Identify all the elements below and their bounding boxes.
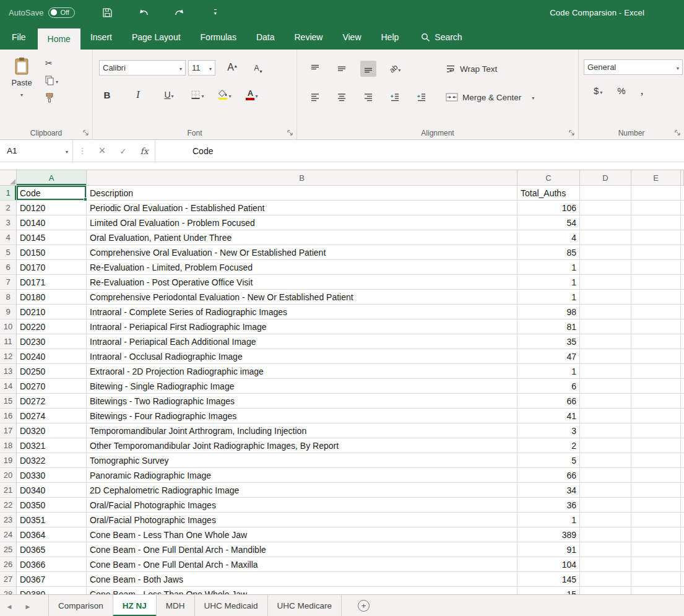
- cell-C24[interactable]: 389: [517, 527, 580, 542]
- save-button[interactable]: [101, 6, 115, 19]
- cell-A10[interactable]: D0220: [17, 319, 87, 334]
- merge-center-dropdown-icon[interactable]: [532, 93, 534, 102]
- cell-A20[interactable]: D0330: [17, 468, 87, 483]
- copy-dropdown-icon[interactable]: [56, 77, 58, 85]
- cell-E5[interactable]: [631, 245, 681, 260]
- row-header-7[interactable]: 7: [0, 275, 17, 290]
- accounting-dropdown-icon[interactable]: [600, 86, 602, 95]
- cell-B20[interactable]: Panoramic Radiographic Image: [87, 468, 517, 483]
- cell-D28[interactable]: [580, 587, 631, 594]
- sheet-tab-comparison[interactable]: Comparison: [48, 595, 113, 616]
- cell-C12[interactable]: 47: [517, 349, 580, 364]
- align-center-button[interactable]: [334, 89, 350, 105]
- cell-A23[interactable]: D0351: [17, 513, 87, 527]
- cell-D8[interactable]: [580, 290, 631, 305]
- insert-function-button[interactable]: fx: [134, 140, 155, 162]
- cell-C17[interactable]: 3: [517, 423, 580, 438]
- column-header-d[interactable]: D: [580, 170, 631, 186]
- cell-B28[interactable]: Cone Beam - Less Than One Whole Jaw: [87, 587, 517, 594]
- paste-dropdown-icon[interactable]: [20, 90, 23, 98]
- row-header-14[interactable]: 14: [0, 379, 17, 394]
- increase-font-size-button[interactable]: [224, 59, 240, 76]
- paste-button[interactable]: Paste: [5, 57, 38, 106]
- format-painter-button[interactable]: [43, 89, 60, 106]
- copy-button[interactable]: [43, 72, 60, 89]
- cell-E3[interactable]: [631, 215, 681, 230]
- cell-E17[interactable]: [631, 423, 681, 438]
- wrap-text-button[interactable]: Wrap Text: [446, 61, 534, 77]
- cell-E16[interactable]: [631, 409, 681, 423]
- cell-A18[interactable]: D0321: [17, 438, 87, 453]
- font-size-select[interactable]: 11: [188, 60, 215, 76]
- borders-dropdown-icon[interactable]: [201, 91, 204, 99]
- sheet-tab-mdh[interactable]: MDH: [157, 595, 195, 616]
- cell-B22[interactable]: Oral/Facial Photographic Images: [87, 498, 517, 513]
- row-header-1[interactable]: 1: [0, 186, 17, 201]
- cell-E4[interactable]: [631, 230, 681, 245]
- cell-D24[interactable]: [580, 527, 631, 542]
- cell-D11[interactable]: [580, 334, 631, 349]
- cell-A13[interactable]: D0250: [17, 364, 87, 379]
- cell-B25[interactable]: Cone Beam - One Full Dental Arch - Mandi…: [87, 542, 517, 557]
- cell-E14[interactable]: [631, 379, 681, 394]
- cell-B9[interactable]: Intraoral - Complete Series of Radiograp…: [87, 305, 517, 319]
- cell-E25[interactable]: [631, 542, 681, 557]
- cell-B15[interactable]: Bitewings - Two Radiographic Images: [87, 394, 517, 409]
- cell-E6[interactable]: [631, 260, 681, 275]
- cell-E2[interactable]: [631, 201, 681, 215]
- cell-D17[interactable]: [580, 423, 631, 438]
- cell-C18[interactable]: 2: [517, 438, 580, 453]
- cell-A9[interactable]: D0210: [17, 305, 87, 319]
- menu-tab-formulas[interactable]: Formulas: [191, 25, 246, 50]
- accounting-format-button[interactable]: $: [594, 85, 602, 96]
- row-header-23[interactable]: 23: [0, 513, 17, 527]
- cell-C22[interactable]: 36: [517, 498, 580, 513]
- cell-D13[interactable]: [580, 364, 631, 379]
- cell-C8[interactable]: 1: [517, 290, 580, 305]
- cell-D15[interactable]: [580, 394, 631, 409]
- cell-D23[interactable]: [580, 513, 631, 527]
- cell-A6[interactable]: D0170: [17, 260, 87, 275]
- column-header-a[interactable]: A: [17, 170, 87, 186]
- fill-handle[interactable]: [84, 197, 87, 201]
- italic-button[interactable]: I: [130, 87, 146, 103]
- cell-A15[interactable]: D0272: [17, 394, 87, 409]
- menu-tab-help[interactable]: Help: [371, 25, 409, 50]
- formula-input[interactable]: Code: [155, 140, 684, 162]
- borders-button[interactable]: [189, 87, 206, 103]
- cell-A5[interactable]: D0150: [17, 245, 87, 260]
- cell-E20[interactable]: [631, 468, 681, 483]
- menu-tab-home[interactable]: Home: [38, 28, 80, 50]
- cell-C19[interactable]: 5: [517, 453, 580, 468]
- cell-C9[interactable]: 98: [517, 305, 580, 319]
- cell-A19[interactable]: D0322: [17, 453, 87, 468]
- cell-A16[interactable]: D0274: [17, 409, 87, 423]
- cell-A24[interactable]: D0364: [17, 527, 87, 542]
- row-header-22[interactable]: 22: [0, 498, 17, 513]
- cell-A7[interactable]: D0171: [17, 275, 87, 290]
- cell-A14[interactable]: D0270: [17, 379, 87, 394]
- cell-C15[interactable]: 66: [517, 394, 580, 409]
- cell-C4[interactable]: 4: [517, 230, 580, 245]
- search-box[interactable]: Search: [421, 25, 462, 50]
- cell-D6[interactable]: [580, 260, 631, 275]
- sheet-tab-hz-nj[interactable]: HZ NJ: [113, 595, 157, 616]
- cell-D12[interactable]: [580, 349, 631, 364]
- name-box[interactable]: A1: [0, 140, 73, 162]
- cell-B7[interactable]: Re-Evaluation - Post Operative Office Vi…: [87, 275, 517, 290]
- menu-tab-review[interactable]: Review: [285, 25, 333, 50]
- menu-tab-insert[interactable]: Insert: [80, 25, 122, 50]
- cell-D20[interactable]: [580, 468, 631, 483]
- row-header-16[interactable]: 16: [0, 409, 17, 423]
- cell-E22[interactable]: [631, 498, 681, 513]
- cell-B1[interactable]: Description: [87, 186, 517, 201]
- clipboard-dialog-launcher[interactable]: [82, 129, 90, 137]
- row-header-4[interactable]: 4: [0, 230, 17, 245]
- row-header-28[interactable]: 28: [0, 587, 17, 594]
- new-sheet-button[interactable]: [358, 600, 370, 612]
- cell-A2[interactable]: D0120: [17, 201, 87, 215]
- cell-A27[interactable]: D0367: [17, 572, 87, 587]
- cell-D16[interactable]: [580, 409, 631, 423]
- cell-B4[interactable]: Oral Evaluation, Patient Under Three: [87, 230, 517, 245]
- cell-C11[interactable]: 35: [517, 334, 580, 349]
